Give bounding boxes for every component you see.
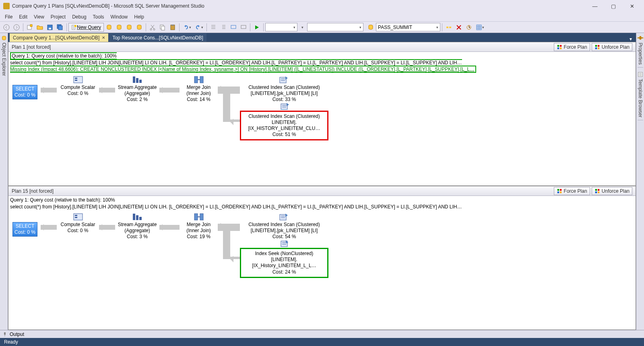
window-title: Compare Query 1 Plans [SQLvNextDemoDB] -… <box>12 3 586 9</box>
run-button[interactable] <box>252 23 262 32</box>
minimize-button[interactable]: — <box>586 0 604 12</box>
database-combo[interactable]: PASS_SUMMIT▾ <box>376 23 440 31</box>
save-all-button[interactable] <box>55 23 65 32</box>
svg-point-1 <box>14 25 19 30</box>
paste-button[interactable] <box>168 23 178 32</box>
stream-aggregate-node[interactable]: Stream Aggregate(Aggregate)Cost: 2 % <box>115 76 159 103</box>
svg-rect-30 <box>557 47 559 49</box>
copy-button[interactable] <box>158 23 167 32</box>
target-combo[interactable]: ▾ <box>307 23 363 31</box>
plan15-querytext: Query 1: Query cost (relative to the bat… <box>8 196 636 211</box>
outdent-button[interactable] <box>208 23 218 32</box>
unforce-plan-button[interactable]: Unforce Plan <box>592 43 632 51</box>
merge-join-node[interactable]: Merge Join(Inner Join)Cost: 19 % <box>180 213 218 240</box>
merge-join-node[interactable]: Merge Join(Inner Join)Cost: 14 % <box>180 76 218 103</box>
close-button[interactable]: ✕ <box>623 0 641 12</box>
svg-rect-28 <box>557 45 559 46</box>
svg-rect-29 <box>559 45 561 46</box>
comment-button[interactable] <box>229 23 238 32</box>
db-query3-icon[interactable] <box>124 23 134 32</box>
uncomment-button[interactable] <box>239 23 248 32</box>
svg-rect-40 <box>136 78 138 83</box>
force-plan-button[interactable]: Force Plan <box>554 43 590 51</box>
menu-debug[interactable]: Debug <box>69 13 89 21</box>
svg-rect-57 <box>133 214 135 220</box>
svg-rect-3 <box>30 25 32 27</box>
tab-overflow-button[interactable]: ▾ <box>627 36 634 42</box>
connect-button[interactable] <box>444 23 454 32</box>
svg-rect-45 <box>281 104 287 109</box>
menu-view[interactable]: View <box>31 13 47 21</box>
arrow-icon <box>230 257 240 259</box>
tab-compare-query[interactable]: Compare Query 1...[SQLvNextDemoDB]✕ <box>10 33 108 42</box>
change-connection-button[interactable] <box>464 23 474 32</box>
compute-scalar-node[interactable]: Compute ScalarCost: 0 % <box>57 76 99 97</box>
new-query-button[interactable]: New Query <box>68 23 104 32</box>
select-node[interactable]: SELECTCost: 0 % <box>12 222 37 237</box>
disconnect-button[interactable] <box>454 23 464 32</box>
status-text: Ready <box>4 339 18 345</box>
redo-button[interactable]: ▾ <box>193 23 205 32</box>
menu-window[interactable]: Window <box>107 13 131 21</box>
launch-combo[interactable]: ▾ <box>298 23 307 32</box>
svg-rect-59 <box>139 217 142 220</box>
arrow-icon <box>99 88 115 93</box>
compute-scalar-node[interactable]: Compute ScalarCost: 0 % <box>57 213 99 234</box>
menu-help[interactable]: Help <box>131 13 147 21</box>
save-button[interactable] <box>45 23 55 32</box>
plan1-title: Plan 1 [not forced] <box>12 44 51 50</box>
svg-rect-33 <box>598 45 599 46</box>
svg-rect-35 <box>598 47 599 49</box>
menu-edit[interactable]: Edit <box>16 13 31 21</box>
stream-aggregate-node[interactable]: Stream Aggregate(Aggregate)Cost: 3 % <box>115 213 159 240</box>
svg-point-0 <box>4 25 9 30</box>
close-tab-icon[interactable]: ✕ <box>102 35 105 40</box>
object-explorer-tab[interactable]: Object Explorer <box>0 33 8 330</box>
config-combo[interactable]: ▾ <box>265 23 297 31</box>
svg-rect-26 <box>477 25 481 30</box>
maximize-button[interactable]: ▢ <box>605 0 622 12</box>
clustered-index-scan-highlighted-node[interactable]: Clustered Index Scan (Clustered)LINEITEM… <box>240 111 328 141</box>
svg-rect-46 <box>557 189 559 190</box>
cut-button[interactable] <box>148 23 157 32</box>
undo-button[interactable]: ▾ <box>181 23 193 32</box>
clustered-index-scan-node[interactable]: Clustered Index Scan (Clustered)[LINEITE… <box>240 213 328 240</box>
plan1-diagram[interactable]: SELECTCost: 0 % Compute ScalarCost: 0 % … <box>8 74 636 185</box>
arrow-icon <box>223 94 230 122</box>
results-grid-button[interactable]: ▾ <box>474 23 486 32</box>
svg-rect-19 <box>171 25 174 26</box>
plan15-diagram[interactable]: SELECTCost: 0 % Compute ScalarCost: 0 % … <box>8 211 636 330</box>
new-project-button[interactable] <box>25 23 35 32</box>
svg-rect-17 <box>161 26 165 30</box>
index-seek-highlighted-node[interactable]: Index Seek (NonClustered)[LINEITEM].[IX_… <box>240 248 328 278</box>
output-panel-header[interactable]: Output <box>0 330 644 338</box>
svg-rect-31 <box>559 47 561 49</box>
db-query1-icon[interactable] <box>104 23 114 32</box>
svg-rect-34 <box>595 47 597 49</box>
properties-tab[interactable]: Properties <box>638 33 643 68</box>
nav-back-button[interactable] <box>2 23 11 32</box>
svg-rect-52 <box>595 191 597 193</box>
db-query2-icon[interactable] <box>114 23 124 32</box>
menu-project[interactable]: Project <box>47 13 69 21</box>
open-button[interactable] <box>35 23 45 32</box>
right-panels: Properties Template Browser <box>636 33 644 330</box>
tab-top-resource[interactable]: Top Resource Cons...[SQLvNextDemoDB] <box>109 33 206 42</box>
unforce-plan-button[interactable]: Unforce Plan <box>592 187 632 195</box>
indent-button[interactable] <box>219 23 228 32</box>
clustered-index-scan-node[interactable]: Clustered Index Scan (Clustered)[LINEITE… <box>240 76 328 103</box>
svg-rect-39 <box>133 76 135 83</box>
db-icon <box>366 23 376 32</box>
menu-tools[interactable]: Tools <box>90 13 107 21</box>
svg-rect-50 <box>595 189 597 190</box>
template-browser-tab[interactable]: Template Browser <box>638 69 643 120</box>
db-query4-icon[interactable] <box>134 23 144 32</box>
select-node[interactable]: SELECTCost: 0 % <box>12 85 37 99</box>
svg-rect-61 <box>200 214 203 220</box>
arrow-icon <box>41 88 57 93</box>
document-tabs: Compare Query 1...[SQLvNextDemoDB]✕ Top … <box>8 33 636 42</box>
svg-rect-47 <box>559 189 561 190</box>
nav-fwd-button[interactable] <box>12 23 21 32</box>
menu-file[interactable]: File <box>2 13 16 21</box>
force-plan-button[interactable]: Force Plan <box>554 187 590 195</box>
